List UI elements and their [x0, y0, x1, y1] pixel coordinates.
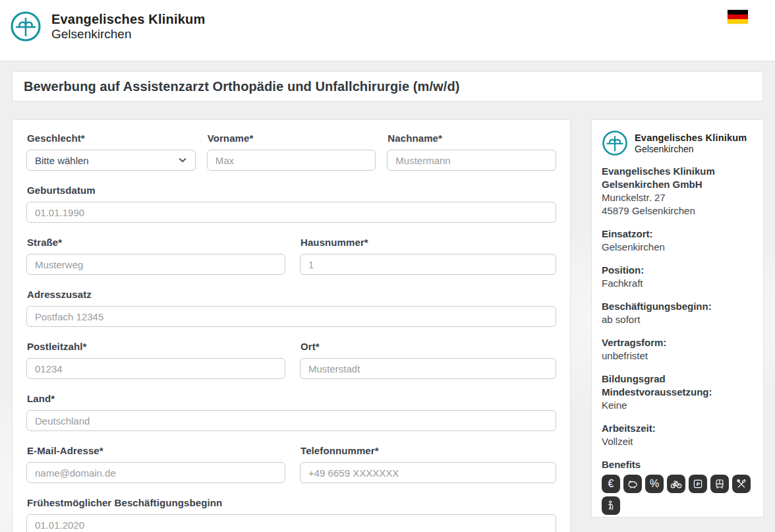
form-row-country: Land* — [26, 393, 556, 431]
detail-bildungsgrad: Bildungsgrad Mindestvoraussetzung: Keine — [602, 372, 753, 412]
firstname-input[interactable] — [207, 150, 376, 171]
street-input[interactable] — [26, 254, 285, 275]
chevron-down-icon — [178, 156, 187, 165]
detail-label: Arbeitszeit: — [602, 422, 753, 435]
city-input[interactable] — [300, 358, 556, 379]
benefit-parking: P — [689, 475, 707, 493]
start-date-label: Frühestmöglicher Beschäftigungsbeginn — [27, 497, 556, 508]
email-label: E-Mail-Adresse* — [27, 445, 285, 456]
phone-label: Telefonnummer* — [301, 445, 556, 456]
detail-value: Gelsenkirchen — [602, 241, 753, 254]
zip-label: Postleitzahl* — [27, 341, 285, 352]
address-extra-label: Adresszusatz — [27, 289, 556, 300]
detail-value: ab sofort — [602, 313, 753, 326]
detail-label: Vertragsform: — [602, 336, 753, 349]
firstname-label: Vorname* — [208, 133, 376, 144]
percent-icon: % — [650, 479, 659, 489]
detail-vertragsform: Vertragsform: unbefristet — [602, 336, 753, 363]
cutlery-icon — [735, 477, 748, 490]
detail-label: Position: — [602, 264, 753, 277]
sidebar-brand-city: Gelsenkirchen — [635, 144, 747, 154]
company-name-line1: Evangelisches Klinikum — [602, 165, 753, 178]
form-row-birthdate: Geburtsdatum — [26, 185, 556, 223]
gender-select-value: Bitte wählen — [35, 155, 89, 166]
detail-value: Vollzeit — [602, 435, 753, 448]
form-row-address-extra: Adresszusatz — [26, 289, 556, 327]
form-row-name: Geschlecht* Bitte wählen Vorname* Nachna… — [26, 133, 556, 171]
euro-icon: € — [608, 479, 614, 489]
detail-position: Position: Fachkraft — [602, 264, 753, 290]
country-label: Land* — [27, 393, 556, 404]
gender-label: Geschlecht* — [27, 133, 196, 144]
detail-einsatzort: Einsatzort: Gelsenkirchen — [602, 227, 753, 254]
phone-input[interactable] — [300, 462, 556, 483]
email-input[interactable] — [26, 462, 285, 483]
bicycle-icon — [670, 477, 683, 490]
svg-text:P: P — [697, 481, 700, 487]
gender-select[interactable]: Bitte wählen — [26, 150, 196, 171]
job-summary-card: Evangelisches Klinikum Gelsenkirchen Eva… — [591, 119, 764, 517]
detail-label: Bildungsgrad Mindestvoraussetzung: — [602, 372, 753, 399]
sidebar-brand-name: Evangelisches Klinikum — [635, 133, 747, 144]
form-row-contact: E-Mail-Adresse* Telefonnummer* — [26, 445, 556, 483]
parking-icon: P — [691, 477, 704, 490]
zip-input[interactable] — [26, 358, 285, 379]
company-city: 45879 Gelsenkirchen — [602, 204, 753, 218]
application-form-card: Geschlecht* Bitte wählen Vorname* Nachna… — [12, 119, 571, 532]
piggy-bank-icon — [626, 477, 639, 490]
street-label: Straße* — [27, 237, 285, 248]
benefit-pension — [623, 475, 642, 493]
lastname-input[interactable] — [387, 150, 556, 171]
detail-arbeitszeit: Arbeitszeit: Vollzeit — [602, 422, 753, 448]
city-label: Ort* — [301, 341, 556, 352]
benefit-tiles: € % — [602, 475, 757, 515]
flag-stripe-red — [728, 15, 748, 19]
brand-logo: Evangelisches Klinikum Gelsenkirchen — [10, 11, 205, 42]
person-with-cane-icon — [604, 499, 617, 512]
country-input[interactable] — [26, 410, 556, 431]
flag-stripe-black — [728, 10, 748, 15]
detail-value: Fachkraft — [602, 277, 753, 290]
address-extra-input[interactable] — [26, 306, 556, 327]
company-street: Munckelstr. 27 — [602, 191, 753, 204]
lastname-label: Nachname* — [388, 133, 556, 144]
flag-stripe-gold — [728, 19, 748, 24]
housenumber-input[interactable] — [300, 254, 556, 275]
detail-beschaeftigungsbeginn: Beschäftigungsbeginn: ab sofort — [602, 300, 753, 326]
detail-value: unbefristet — [602, 349, 753, 363]
company-name-line2: Gelsenkirchen GmbH — [602, 178, 753, 191]
company-address-block: Evangelisches Klinikum Gelsenkirchen Gmb… — [602, 165, 753, 218]
benefit-discount: % — [645, 475, 664, 493]
housenumber-label: Hausnummer* — [301, 237, 556, 248]
form-row-street: Straße* Hausnummer* — [26, 237, 556, 275]
german-flag-icon[interactable] — [728, 10, 748, 24]
brand-name: Evangelisches Klinikum — [51, 12, 205, 27]
benefit-euro: € — [602, 475, 620, 493]
birthdate-label: Geburtsdatum — [27, 185, 556, 196]
form-row-start-date: Frühestmöglicher Beschäftigungsbeginn — [26, 497, 556, 532]
detail-value: Keine — [602, 399, 753, 412]
benefits-label: Benefits — [602, 458, 753, 471]
klinikum-cross-icon — [602, 130, 628, 156]
benefit-bike — [667, 475, 685, 493]
benefit-transit — [710, 475, 729, 493]
benefits-section: Benefits € % — [602, 458, 753, 515]
detail-label: Einsatzort: — [602, 227, 753, 241]
benefit-accessibility — [602, 496, 620, 515]
klinikum-cross-icon — [10, 11, 42, 42]
start-date-input[interactable] — [26, 514, 556, 532]
birthdate-input[interactable] — [26, 202, 556, 223]
benefit-canteen — [732, 475, 751, 493]
detail-label: Beschäftigungsbeginn: — [602, 300, 753, 313]
train-icon — [713, 477, 726, 490]
page-title: Bewerbung auf Assistenzarzt Orthopädie u… — [24, 79, 459, 94]
brand-city: Gelsenkirchen — [51, 27, 205, 42]
sidebar-brand-logo: Evangelisches Klinikum Gelsenkirchen — [602, 130, 753, 156]
form-row-zip-city: Postleitzahl* Ort* — [26, 341, 556, 379]
page-title-bar: Bewerbung auf Assistenzarzt Orthopädie u… — [12, 71, 763, 102]
header: Evangelisches Klinikum Gelsenkirchen — [0, 0, 775, 61]
